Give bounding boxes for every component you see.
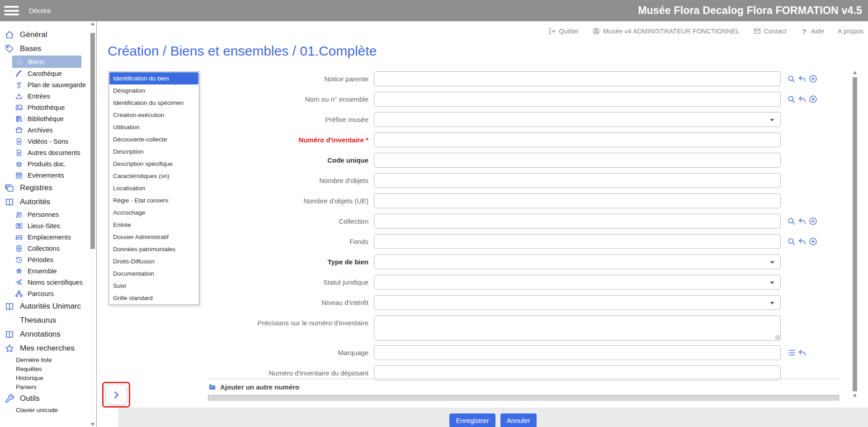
sidebar-scroll-up-icon[interactable] xyxy=(91,22,94,25)
sidebar-item-mes-recherches[interactable]: Mes recherches xyxy=(0,341,89,355)
users-icon xyxy=(15,211,23,219)
hamburger-menu-icon[interactable] xyxy=(4,6,19,16)
code-unique-input[interactable] xyxy=(374,153,781,168)
sidebar-item-registres[interactable]: Registres xyxy=(0,181,89,195)
cancel-button[interactable]: Annuler xyxy=(500,413,537,427)
sidebar-item-label: Périodes xyxy=(28,256,53,263)
sidebar-item-label: Registres xyxy=(20,183,52,192)
sidebar-item-noms-scientifiques[interactable]: Noms scientifiques xyxy=(0,277,89,288)
sidebar-item-autres-documents[interactable]: Autres documents xyxy=(0,147,89,158)
sidebar-scrollbar[interactable] xyxy=(89,21,96,427)
notice-parente-search-button[interactable] xyxy=(787,74,796,84)
collection-plus-circle-button[interactable] xyxy=(808,216,818,226)
sidebar-tree: GénéralBases♘BiensCarothèquePlan de sauv… xyxy=(0,28,89,414)
add-other-number-label: Ajouter un autre numéro xyxy=(220,383,299,391)
sidebar-item-g-n-ral[interactable]: Général xyxy=(0,28,89,42)
content-scrollbar[interactable] xyxy=(851,70,859,399)
sidebar-item-produits-doc-[interactable]: Produits doc. xyxy=(0,158,89,169)
collection-reply-button[interactable] xyxy=(797,216,807,226)
chevron-right-icon xyxy=(111,390,121,400)
marquage-reply-button[interactable] xyxy=(797,348,807,357)
fonds-plus-circle-button[interactable] xyxy=(808,237,818,246)
notice-parente-input[interactable] xyxy=(374,71,781,86)
file-play-icon xyxy=(15,137,23,145)
sidebar-item-personnes[interactable]: Personnes xyxy=(0,209,89,220)
topbar-section-label: Décrire xyxy=(29,0,51,21)
sidebar-item-clavier-unicode[interactable]: Clavier unicode xyxy=(0,405,89,414)
sidebar-item-autorit-s-unimarc[interactable]: Autorités Unimarc xyxy=(0,299,89,313)
chevron-down-icon xyxy=(770,119,774,122)
precisions-numero-inventaire-textarea[interactable] xyxy=(374,315,781,341)
type-de-bien-select[interactable] xyxy=(374,254,781,269)
sidebar-item-paniers[interactable]: Paniers xyxy=(0,382,89,391)
sidebar-item-thesaurus[interactable]: Thesaurus xyxy=(0,313,89,327)
utility-item-quitter[interactable]: Quitter xyxy=(548,27,579,35)
nombre-objets-ue-input[interactable] xyxy=(374,193,781,208)
content-scroll-up-icon[interactable] xyxy=(853,71,857,74)
sidebar-item-requ-tes[interactable]: Requêtes xyxy=(0,364,89,373)
sidebar-item-collections[interactable]: Collections xyxy=(0,243,89,254)
notice-parente-reply-button[interactable] xyxy=(797,74,807,84)
notice-parente-plus-circle-button[interactable] xyxy=(808,74,818,84)
nom-ou-n-ensemble-plus-circle-button[interactable] xyxy=(808,94,818,104)
carrot-icon xyxy=(15,70,23,78)
expand-panel-button[interactable] xyxy=(105,385,127,405)
collection-input[interactable] xyxy=(374,214,781,229)
fonds-input[interactable] xyxy=(374,234,781,249)
top-bar: Décrire Musée Flora Decalog Flora FORMAT… xyxy=(0,0,868,21)
form-area: Notice parenteNom ou n° ensemblePréfixe … xyxy=(97,71,847,386)
sidebar-item-caroth-que[interactable]: Carothèque xyxy=(0,68,89,79)
sidebar-item-autorit-s[interactable]: Autorités xyxy=(0,195,89,209)
utility-item-a-propos[interactable]: A propos xyxy=(838,28,863,35)
sidebar-item-vid-os-sons[interactable]: Vidéos - Sons xyxy=(0,136,89,147)
nom-ou-n-ensemble-reply-button[interactable] xyxy=(797,94,807,104)
marquage-input[interactable] xyxy=(374,345,781,360)
sidebar-item-outils[interactable]: Outils xyxy=(0,391,89,405)
collection-search-button[interactable] xyxy=(787,216,796,226)
content-scroll-thumb[interactable] xyxy=(853,77,857,391)
cluster-icon xyxy=(15,267,23,275)
content-scroll-down-icon[interactable] xyxy=(853,394,857,398)
sidebar-item-bases[interactable]: Bases xyxy=(0,42,89,56)
reply-icon xyxy=(797,94,807,104)
other-number-collapsed-bar[interactable] xyxy=(208,395,839,401)
sidebar-item-annotations[interactable]: Annotations xyxy=(0,327,89,341)
prefixe-musee-select[interactable] xyxy=(374,112,781,127)
sidebar-scroll-thumb[interactable] xyxy=(90,33,95,249)
sidebar-item-label: Plan de sauvegarde xyxy=(28,81,86,89)
add-other-number-header[interactable]: Ajouter un autre numéro xyxy=(208,383,839,391)
statut-juridique-select[interactable] xyxy=(374,275,781,290)
nombre-objets-input[interactable] xyxy=(374,173,781,188)
nom-ou-n-ensemble-search-button[interactable] xyxy=(787,94,796,104)
sidebar-item-biens[interactable]: ♘Biens xyxy=(12,56,81,68)
copies-icon xyxy=(5,183,14,193)
sidebar-item-biblioth-que[interactable]: Bibliothèque xyxy=(0,113,89,124)
sidebar-item-parcours[interactable]: Parcours xyxy=(0,288,89,299)
sidebar-item-p-riodes[interactable]: Périodes xyxy=(0,254,89,265)
fonds-reply-button[interactable] xyxy=(797,237,807,246)
open-book-icon xyxy=(5,329,14,339)
sidebar-item-ev-nements[interactable]: Evènements xyxy=(0,169,89,181)
sidebar-item-plan-de-sauvegarde[interactable]: Plan de sauvegarde xyxy=(0,79,89,90)
sidebar-item-label: Photothèque xyxy=(28,104,65,111)
utility-item-mus-e-v4-administrateur-fonctionnel[interactable]: Musée v4 ADMINISTRATEUR FONCTIONNEL xyxy=(592,27,740,35)
sidebar-item-derni-re-liste[interactable]: Dernière liste xyxy=(0,355,89,364)
fonds-search-button[interactable] xyxy=(787,237,796,246)
sidebar-item-entr-es[interactable]: Entrées xyxy=(0,90,89,102)
sidebar-item-historique[interactable]: Historique xyxy=(0,373,89,382)
sidebar-item-phototh-que[interactable]: Photothèque xyxy=(0,102,89,113)
utility-item-contact[interactable]: Contact xyxy=(753,27,787,35)
resize-grip-icon[interactable] xyxy=(775,335,780,340)
sidebar-item-lieux-sites[interactable]: Lieux-Sites xyxy=(0,220,89,231)
numero-inventaire-input[interactable] xyxy=(374,132,781,147)
save-button[interactable]: Enregistrer xyxy=(449,413,495,427)
sidebar-item-emplacements[interactable]: Emplacements xyxy=(0,231,89,243)
sidebar-item-archives[interactable]: Archives xyxy=(0,124,89,136)
open-book-icon xyxy=(5,301,14,311)
marquage-list-button[interactable] xyxy=(787,348,796,357)
sidebar-item-ensemble[interactable]: Ensemble xyxy=(0,265,89,277)
nom-ou-n-ensemble-input[interactable] xyxy=(374,92,781,107)
utility-item-aide[interactable]: ?Aide xyxy=(800,27,824,35)
sidebar-scroll-down-icon[interactable] xyxy=(91,423,94,426)
niveau-interet-select[interactable] xyxy=(374,295,781,310)
